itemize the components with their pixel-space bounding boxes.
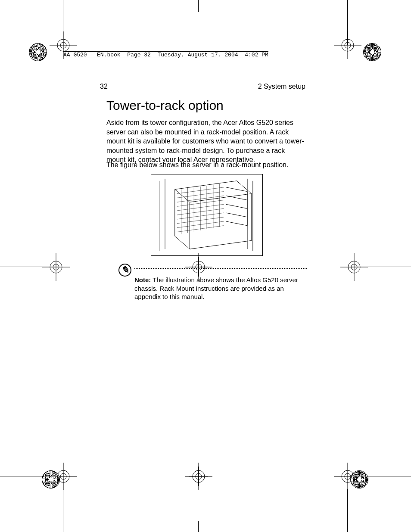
note-text: Note: The illustration above shows the A… xyxy=(134,276,300,301)
frame-header-stamp: AA G520 - EN.book Page 32 Tuesday, Augus… xyxy=(63,52,268,58)
heading-tower-to-rack: Tower-to-rack option xyxy=(106,98,224,113)
note-label: Note: xyxy=(134,276,151,283)
paragraph-2: The figure below shows the server in a r… xyxy=(106,160,305,170)
svg-point-0 xyxy=(57,39,69,51)
svg-point-13 xyxy=(351,264,357,270)
svg-point-17 xyxy=(196,264,202,270)
paragraph-1: Aside from its tower configuration, the … xyxy=(106,118,305,165)
note-divider xyxy=(134,268,307,269)
svg-point-1 xyxy=(60,42,66,48)
svg-point-12 xyxy=(348,261,360,273)
svg-point-24 xyxy=(193,470,205,482)
svg-point-9 xyxy=(53,264,59,270)
svg-point-4 xyxy=(342,39,354,51)
note-body: The illustration above shows the Altos G… xyxy=(134,276,298,300)
server-rack-illustration xyxy=(151,174,263,256)
svg-point-21 xyxy=(60,473,66,479)
svg-point-8 xyxy=(50,261,62,273)
svg-point-25 xyxy=(196,473,202,479)
svg-point-5 xyxy=(345,42,351,48)
svg-point-29 xyxy=(345,473,351,479)
page-number: 32 xyxy=(100,83,108,90)
section-label: 2 System setup xyxy=(258,83,305,90)
svg-point-16 xyxy=(193,261,205,273)
note-icon: ✎ xyxy=(118,264,131,277)
